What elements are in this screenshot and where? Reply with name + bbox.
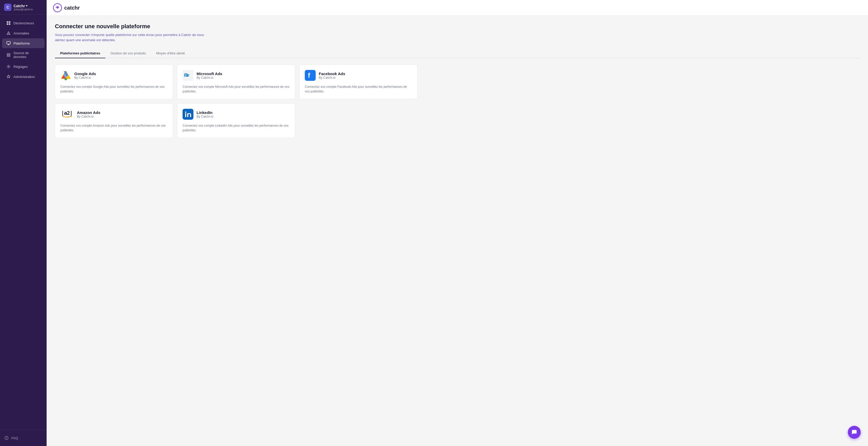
catchr-logo-icon [53,3,62,12]
card-info: Microsoft Ads By Catchr.io [196,71,222,80]
platform-name: Microsoft Ads [196,71,222,76]
svg-rect-2 [7,23,8,25]
topbar-logo: catchr [53,3,80,12]
brand-name: Catchr ▾ [13,4,33,8]
platforms-grid: Google Ads By Catchr.io Connectez vos co… [55,64,417,138]
platform-description: Connectez vos compte Google Ads pour sur… [60,84,167,94]
brand-avatar: C [4,4,11,11]
card-info: Amazon Ads By Catchr.io [77,110,100,118]
svg-rect-11 [7,56,10,56]
sidebar: C Catchr ▾ Johan@catchr.io Déclencheurs [0,0,46,446]
linkedin-logo [183,109,193,120]
faq-icon: ? [4,436,9,440]
grid-icon [6,21,11,25]
svg-text:f: f [308,72,310,79]
card-info: Google Ads By Catchr.io [74,71,96,80]
tab-plateformes-publicitaires[interactable]: Plateformes publicitaires [55,49,105,58]
platform-name: Google Ads [74,71,96,76]
platform-card-linkedin[interactable]: LinkedIn By Catchr.io Connectez vos comp… [177,103,295,138]
platform-by: By Catchr.io [196,115,213,118]
platform-name: Amazon Ads [77,110,100,115]
sidebar-footer: ? FAQ [0,430,46,446]
tab-gestion-produits[interactable]: Gestion de vos produits [105,49,151,58]
platform-by: By Catchr.io [196,76,222,80]
main-content: catchr Connecter une nouvelle plateforme… [46,0,868,446]
source-icon [6,53,11,57]
platform-description: Connectez vos compte Facebook Ads pour s… [305,84,412,94]
svg-rect-10 [7,55,10,55]
platform-description: Connectez vos compte Amazon Ads pour sur… [60,123,167,132]
sidebar-item-label: Déclencheurs [13,21,34,25]
platform-by: By Catchr.io [77,115,100,118]
svg-rect-6 [7,41,10,44]
gear-icon [6,64,11,69]
sidebar-item-label: Administration [13,75,35,79]
topbar: catchr [46,0,868,16]
svg-point-16 [57,7,58,8]
faq-label: FAQ [11,436,18,440]
svg-point-5 [8,34,9,34]
platform-description: Connectez vos compte Microsoft Ads pour … [183,84,290,94]
anomalies-icon [6,31,11,35]
svg-point-30 [185,112,186,113]
microsoft-ads-logo: Bir [183,70,193,81]
sidebar-item-label: Anomalies [13,31,29,35]
sidebar-item-label: Source de données [13,51,40,59]
sidebar-item-label: Plateforme [13,41,30,45]
platform-card-amazon-ads[interactable]: |a2| Amazon Ads By Catchr.io Connectez v… [55,103,173,138]
page-subtitle: Vous pouvez connecter n'importe quelle p… [55,32,210,42]
card-header: |a2| Amazon Ads By Catchr.io [60,109,167,120]
page-content: Connecter une nouvelle plateforme Vous p… [46,16,868,446]
sidebar-item-administration[interactable]: Administration [2,72,44,82]
topbar-logo-text: catchr [64,5,80,11]
page-title: Connecter une nouvelle plateforme [55,23,860,30]
svg-text:Bir: Bir [184,72,190,78]
sidebar-item-anomalies[interactable]: Anomalies [2,28,44,38]
svg-rect-29 [185,113,186,117]
sidebar-item-reglages[interactable]: Réglages [2,62,44,71]
card-info: LinkedIn By Catchr.io [196,110,213,118]
sidebar-item-source-donnees[interactable]: Source de données [2,49,44,61]
brand-email: Johan@catchr.io [13,8,33,11]
card-header: LinkedIn By Catchr.io [183,109,290,120]
svg-rect-1 [9,21,10,23]
sidebar-nav: Déclencheurs Anomalies Plateforme [0,15,46,430]
faq-link[interactable]: ? FAQ [2,433,44,443]
facebook-ads-logo: f [305,70,316,81]
sidebar-item-label: Réglages [13,65,28,69]
tab-moyen-alerte[interactable]: Moyen d'être alerté [151,49,190,58]
svg-text:|a2|: |a2| [61,110,72,116]
card-header: Bir Microsoft Ads By Catchr.io [183,70,290,81]
svg-point-12 [8,66,9,67]
sidebar-header[interactable]: C Catchr ▾ Johan@catchr.io [0,0,46,15]
brand-info: Catchr ▾ Johan@catchr.io [13,4,33,11]
chevron-icon: ▾ [26,4,27,7]
svg-rect-0 [7,21,8,23]
plateforme-icon [6,41,11,46]
svg-rect-3 [9,23,10,25]
sidebar-item-plateforme[interactable]: Plateforme [2,38,44,48]
amazon-ads-logo: |a2| [60,109,74,120]
platform-card-google-ads[interactable]: Google Ads By Catchr.io Connectez vos co… [55,64,173,99]
card-header: f Facebook Ads By Catchr.io [305,70,412,81]
sidebar-item-declencheurs[interactable]: Déclencheurs [2,18,44,28]
platform-by: By Catchr.io [319,76,345,80]
svg-rect-9 [7,53,10,54]
tabs-bar: Plateformes publicitaires Gestion de vos… [55,49,860,58]
platform-name: LinkedIn [196,110,213,115]
admin-icon [6,74,11,79]
platform-description: Connectez vos compte LinkedIn Ads pour s… [183,123,290,132]
platform-name: Facebook Ads [319,71,345,76]
platform-by: By Catchr.io [74,76,96,80]
svg-text:?: ? [6,437,7,440]
card-header: Google Ads By Catchr.io [60,70,167,81]
chat-button[interactable] [848,426,861,439]
platform-card-facebook-ads[interactable]: f Facebook Ads By Catchr.io Connectez vo… [299,64,417,99]
card-info: Facebook Ads By Catchr.io [319,71,345,80]
platform-card-microsoft-ads[interactable]: Bir Microsoft Ads By Catchr.io Connectez… [177,64,295,99]
google-ads-logo [60,70,71,81]
